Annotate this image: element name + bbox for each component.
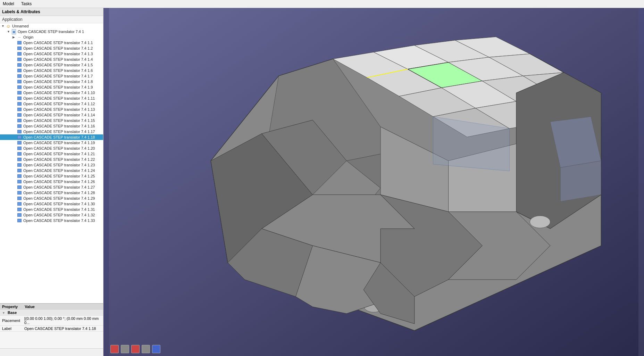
toolbar-btn-5[interactable] <box>152 345 160 353</box>
cube-icon <box>17 96 22 101</box>
child-label: Open CASCADE STEP translator 7.4 1.29 <box>23 196 95 200</box>
toolbar-btn-4[interactable] <box>142 345 150 353</box>
cube-icon <box>17 113 22 117</box>
tree-item-33[interactable]: Open CASCADE STEP translator 7.4 1.33 <box>0 218 103 223</box>
expand-arrow: ▼ <box>7 30 11 33</box>
prop-row-label: Label Open CASCADE STEP translator 7.4 1… <box>0 326 103 332</box>
toolbar-btn-1[interactable] <box>110 345 119 353</box>
menu-tasks[interactable]: Tasks <box>20 1 33 7</box>
tree-item-13[interactable]: Open CASCADE STEP translator 7.4 1.13 <box>0 107 103 112</box>
tree-item-24[interactable]: Open CASCADE STEP translator 7.4 1.24 <box>0 168 103 173</box>
tree-item-0[interactable]: ▶─Origin <box>0 34 103 40</box>
section-expand-icon: ▼ <box>2 311 5 315</box>
child-label: Open CASCADE STEP translator 7.4 1.22 <box>23 157 95 162</box>
prop-col-value: Value <box>25 305 35 309</box>
cube-icon <box>17 185 22 190</box>
menu-model[interactable]: Model <box>1 1 16 7</box>
tree-item-18[interactable]: Open CASCADE STEP translator 7.4 1.18 <box>0 134 103 140</box>
toolbar-btn-2[interactable] <box>121 345 129 353</box>
cube-icon <box>17 85 22 90</box>
tree-item-28[interactable]: Open CASCADE STEP translator 7.4 1.28 <box>0 190 103 196</box>
tree-item-14[interactable]: Open CASCADE STEP translator 7.4 1.14 <box>0 112 103 118</box>
child-label: Open CASCADE STEP translator 7.4 1.31 <box>23 207 95 212</box>
cube-icon <box>17 74 22 78</box>
cube-icon <box>17 213 22 217</box>
app-label: Application <box>0 16 103 23</box>
cube-icon <box>17 46 22 51</box>
tree-item-25[interactable]: Open CASCADE STEP translator 7.4 1.25 <box>0 173 103 179</box>
cube-icon <box>17 163 22 167</box>
child-label: Open CASCADE STEP translator 7.4 1.23 <box>23 163 95 167</box>
child-label: Open CASCADE STEP translator 7.4 1.6 <box>23 68 93 73</box>
tree-item-6[interactable]: Open CASCADE STEP translator 7.4 1.6 <box>0 68 103 73</box>
tree-item-26[interactable]: Open CASCADE STEP translator 7.4 1.26 <box>0 179 103 184</box>
tree-item-2[interactable]: Open CASCADE STEP translator 7.4 1.2 <box>0 45 103 51</box>
child-label: Open CASCADE STEP translator 7.4 1.16 <box>23 124 95 128</box>
tree-item-21[interactable]: Open CASCADE STEP translator 7.4 1.21 <box>0 151 103 157</box>
tree-item-1[interactable]: Open CASCADE STEP translator 7.4 1.1 <box>0 40 103 45</box>
child-label: Open CASCADE STEP translator 7.4 1.4 <box>23 57 93 61</box>
tree-item-9[interactable]: Open CASCADE STEP translator 7.4 1.9 <box>0 84 103 90</box>
tree-item-22[interactable]: Open CASCADE STEP translator 7.4 1.22 <box>0 157 103 162</box>
prop-col-property: Property <box>2 305 18 309</box>
child-label: Open CASCADE STEP translator 7.4 1.9 <box>23 85 93 89</box>
3d-model-svg <box>103 8 644 356</box>
child-label: Open CASCADE STEP translator 7.4 1.30 <box>23 202 95 206</box>
cube-icon <box>17 196 22 201</box>
tree-item-17[interactable]: Open CASCADE STEP translator 7.4 1.17 <box>0 129 103 134</box>
cube-icon <box>17 63 22 67</box>
cube-icon <box>17 101 22 106</box>
tree-item-16[interactable]: Open CASCADE STEP translator 7.4 1.16 <box>0 123 103 129</box>
tree-item-29[interactable]: Open CASCADE STEP translator 7.4 1.29 <box>0 196 103 201</box>
cube-icon <box>17 118 22 123</box>
toolbar-btn-3[interactable] <box>131 345 140 353</box>
child-label: Open CASCADE STEP translator 7.4 1.19 <box>23 141 95 145</box>
child-label: Open CASCADE STEP translator 7.4 1.8 <box>23 80 93 84</box>
cube-icon <box>17 107 22 112</box>
child-label: Open CASCADE STEP translator 7.4 1.32 <box>23 213 95 217</box>
child-label: Origin <box>23 35 33 39</box>
child-label: Open CASCADE STEP translator 7.4 1.20 <box>23 146 95 150</box>
child-label: Open CASCADE STEP translator 7.4 1.11 <box>23 96 95 100</box>
step-label: Open CASCADE STEP translator 7.4 1 <box>18 30 84 34</box>
child-label: Open CASCADE STEP translator 7.4 1.33 <box>23 218 95 223</box>
menu-bar: Model Tasks <box>0 0 644 8</box>
tree-item-27[interactable]: Open CASCADE STEP translator 7.4 1.27 <box>0 184 103 190</box>
tree-item-19[interactable]: Open CASCADE STEP translator 7.4 1.19 <box>0 140 103 146</box>
prop-table: ▼ Base Placement [(0.00 0.00 1.00); 0.00… <box>0 310 103 332</box>
child-label: Open CASCADE STEP translator 7.4 1.28 <box>23 191 95 195</box>
child-label: Open CASCADE STEP translator 7.4 1.1 <box>23 41 93 45</box>
prop-label-value: Open CASCADE STEP translator 7.4 1.18 <box>22 326 103 332</box>
origin-icon: ─ <box>17 35 22 40</box>
tree-item-10[interactable]: Open CASCADE STEP translator 7.4 1.10 <box>0 90 103 96</box>
tree-item-3[interactable]: Open CASCADE STEP translator 7.4 1.3 <box>0 51 103 57</box>
tree-item-31[interactable]: Open CASCADE STEP translator 7.4 1.31 <box>0 207 103 212</box>
tree-item-7[interactable]: Open CASCADE STEP translator 7.4 1.7 <box>0 73 103 79</box>
tree-item-5[interactable]: Open CASCADE STEP translator 7.4 1.5 <box>0 62 103 68</box>
svg-point-25 <box>530 216 550 228</box>
tree-item-root[interactable]: ▼☺Unnamed <box>0 23 103 29</box>
cube-icon <box>17 68 22 73</box>
child-label: Open CASCADE STEP translator 7.4 1.25 <box>23 174 95 178</box>
child-label: Open CASCADE STEP translator 7.4 1.2 <box>23 46 93 50</box>
cube-icon <box>17 140 22 145</box>
main-layout: Labels & Attributes Application ▼☺Unname… <box>0 8 644 356</box>
cube-icon <box>17 168 22 173</box>
prop-section-label: Base <box>8 311 17 315</box>
tree-view[interactable]: ▼☺Unnamed▼◆Open CASCADE STEP translator … <box>0 23 103 303</box>
expand-arrow: ▶ <box>12 35 17 39</box>
prop-label-key: Label <box>0 326 22 332</box>
viewport-3d[interactable] <box>103 8 644 356</box>
tree-item-23[interactable]: Open CASCADE STEP translator 7.4 1.23 <box>0 162 103 168</box>
tree-item-15[interactable]: Open CASCADE STEP translator 7.4 1.15 <box>0 118 103 123</box>
tree-item-12[interactable]: Open CASCADE STEP translator 7.4 1.12 <box>0 101 103 107</box>
step-icon: ◆ <box>11 29 17 34</box>
tree-item-step[interactable]: ▼◆Open CASCADE STEP translator 7.4 1 <box>0 29 103 34</box>
tree-item-30[interactable]: Open CASCADE STEP translator 7.4 1.30 <box>0 201 103 207</box>
tree-item-4[interactable]: Open CASCADE STEP translator 7.4 1.4 <box>0 57 103 62</box>
tree-item-11[interactable]: Open CASCADE STEP translator 7.4 1.11 <box>0 96 103 101</box>
cube-icon <box>17 57 22 62</box>
tree-item-32[interactable]: Open CASCADE STEP translator 7.4 1.32 <box>0 212 103 218</box>
tree-item-20[interactable]: Open CASCADE STEP translator 7.4 1.20 <box>0 146 103 151</box>
tree-item-8[interactable]: Open CASCADE STEP translator 7.4 1.8 <box>0 79 103 84</box>
